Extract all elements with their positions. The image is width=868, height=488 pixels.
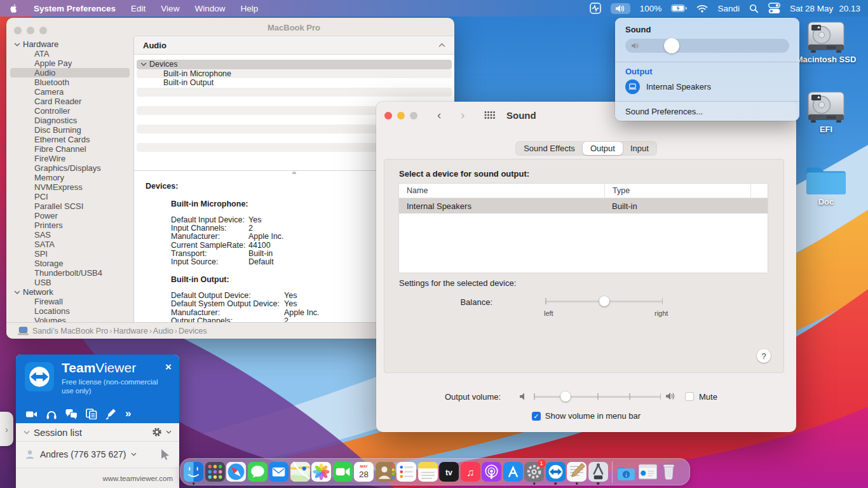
dock-item-system-information[interactable]: [588, 460, 609, 484]
menu-window[interactable]: Window: [194, 4, 225, 13]
dock-item-calendar[interactable]: MAY28: [353, 460, 375, 484]
device-row-built-in-output[interactable]: Built-in Output: [137, 78, 452, 88]
chat-icon[interactable]: [65, 408, 78, 419]
sound-preferences-item[interactable]: Sound Preferences...: [625, 107, 703, 116]
menu-date[interactable]: Sat 28 May: [790, 4, 833, 13]
back-button[interactable]: ‹: [437, 108, 441, 122]
wifi-icon[interactable]: [696, 4, 708, 13]
sidebar-item-thunderbolt-usb4[interactable]: Thunderbolt/USB4: [10, 268, 130, 278]
mute-checkbox[interactable]: [685, 392, 694, 401]
table-row-internal-speakers[interactable]: Internal SpeakersBuilt-in: [399, 198, 768, 214]
section-header-row[interactable]: Audio: [134, 36, 454, 55]
dock-item-safari[interactable]: [226, 460, 247, 484]
output-device-item[interactable]: Internal Speakers: [625, 79, 711, 94]
help-button[interactable]: ?: [757, 349, 771, 363]
sidebar-item-ata[interactable]: ATA: [10, 49, 130, 58]
breadcrumb-item-hardware[interactable]: Hardware: [113, 327, 147, 336]
gear-icon[interactable]: [152, 427, 162, 437]
sidebar-item-ethernet-cards[interactable]: Ethernet Cards: [10, 135, 130, 144]
dock-item-podcasts[interactable]: [481, 460, 503, 484]
waveform-status-icon[interactable]: [590, 3, 601, 14]
zoom-button[interactable]: [39, 27, 47, 34]
close-icon[interactable]: ×: [165, 362, 172, 372]
breadcrumb-item-audio[interactable]: Audio: [153, 327, 173, 336]
sidebar-item-parallel-scsi[interactable]: Parallel SCSI: [10, 201, 130, 211]
sidebar-item-nvmexpress[interactable]: NVMExpress: [10, 182, 130, 192]
device-group-row[interactable]: Devices: [137, 60, 452, 69]
tab-input[interactable]: Input: [623, 142, 656, 155]
forward-button[interactable]: ›: [461, 108, 465, 122]
control-center-icon[interactable]: [768, 3, 780, 14]
sidebar-item-storage[interactable]: Storage: [10, 259, 130, 268]
show-all-grid-icon[interactable]: [484, 111, 495, 119]
partner-row[interactable]: Andres (776 375 627): [16, 444, 179, 465]
column-header-name[interactable]: Name: [399, 184, 605, 198]
dock-item-maps[interactable]: [290, 460, 311, 484]
sidebar-item-sas[interactable]: SAS: [10, 230, 130, 240]
device-row-built-in-microphone[interactable]: Built-in Microphone: [137, 69, 452, 79]
video-call-icon[interactable]: [25, 409, 37, 419]
session-list-header[interactable]: Session list: [16, 423, 179, 442]
dock-item-reminders[interactable]: [396, 460, 417, 484]
sidebar-item-fibre-channel[interactable]: Fibre Channel: [10, 144, 130, 154]
menu-help[interactable]: Help: [240, 4, 258, 13]
sidebar-item-memory[interactable]: Memory: [10, 173, 130, 182]
sidebar-item-power[interactable]: Power: [10, 211, 130, 220]
menu-volume-knob[interactable]: [664, 38, 679, 53]
dock-item-finder[interactable]: [183, 460, 205, 484]
balance-slider[interactable]: [545, 296, 663, 306]
dock-item-notes[interactable]: [417, 460, 439, 484]
breadcrumb-item-sandi-s-macbook-pro[interactable]: Sandi’s MacBook Pro: [32, 327, 108, 336]
file-transfer-icon[interactable]: [86, 409, 97, 419]
sidebar-item-usb[interactable]: USB: [10, 278, 130, 287]
dock-item-minimized-window[interactable]: [637, 460, 659, 484]
apple-menu-icon[interactable]: [9, 3, 18, 14]
chevron-down-icon[interactable]: [166, 430, 172, 434]
minimize-button[interactable]: [27, 27, 34, 34]
search-icon[interactable]: [749, 4, 759, 13]
more-icon[interactable]: »: [125, 407, 131, 420]
sidebar-item-card-reader[interactable]: Card Reader: [10, 97, 130, 106]
sidebar-item-firewall[interactable]: Firewall: [10, 297, 130, 306]
menu-edit[interactable]: Edit: [131, 4, 146, 13]
whiteboard-icon[interactable]: [105, 408, 117, 419]
dock-item-system-preferences[interactable]: 1: [524, 460, 545, 484]
menu-view[interactable]: View: [161, 4, 179, 13]
dock-item-messages[interactable]: [247, 460, 269, 484]
website-link[interactable]: www.teamviewer.com: [102, 475, 173, 482]
output-volume-slider[interactable]: [534, 391, 661, 402]
dock-item-downloads[interactable]: ↓: [616, 460, 637, 484]
user-name[interactable]: Sandi: [717, 4, 740, 13]
sidebar-item-disc-burning[interactable]: Disc Burning: [10, 125, 130, 135]
tab-output[interactable]: Output: [583, 142, 623, 155]
breadcrumb-item-devices[interactable]: Devices: [179, 327, 207, 336]
dock-item-textedit[interactable]: [566, 460, 588, 484]
zoom-button[interactable]: [410, 112, 417, 119]
dock-item-appstore[interactable]: [503, 460, 524, 484]
collapse-chevron-icon[interactable]: [438, 43, 445, 48]
desktop-icon-doc[interactable]: Doc: [785, 164, 867, 207]
sidebar-item-apple-pay[interactable]: Apple Pay: [10, 58, 130, 68]
output-volume-knob[interactable]: [560, 391, 571, 402]
dock-item-launchpad[interactable]: [205, 460, 226, 484]
sidebar-item-graphics-displays[interactable]: Graphics/Displays: [10, 163, 130, 173]
menu-app-name[interactable]: System Preferences: [34, 4, 116, 13]
sidebar-item-diagnostics[interactable]: Diagnostics: [10, 116, 130, 125]
menu-volume-slider[interactable]: [625, 39, 789, 53]
sidebar-item-bluetooth[interactable]: Bluetooth: [10, 78, 130, 87]
teamviewer-side-handle[interactable]: ›: [0, 412, 13, 446]
audio-call-icon[interactable]: [46, 409, 57, 419]
close-button[interactable]: [384, 112, 392, 119]
dock-item-mail[interactable]: [268, 460, 290, 484]
sidebar-item-sata[interactable]: SATA: [10, 240, 130, 249]
sidebar-item-pci[interactable]: PCI: [10, 192, 130, 201]
close-button[interactable]: [14, 27, 22, 34]
show-volume-checkbox[interactable]: ✓: [532, 412, 541, 421]
sidebar-item-controller[interactable]: Controller: [10, 106, 130, 116]
menu-time[interactable]: 20.13: [839, 4, 860, 13]
minimize-button[interactable]: [397, 112, 405, 119]
dock-item-teamviewer[interactable]: [545, 460, 567, 484]
sidebar-item-printers[interactable]: Printers: [10, 220, 130, 230]
dock-item-music[interactable]: ♫: [460, 460, 482, 484]
volume-menu-icon[interactable]: [611, 3, 630, 14]
